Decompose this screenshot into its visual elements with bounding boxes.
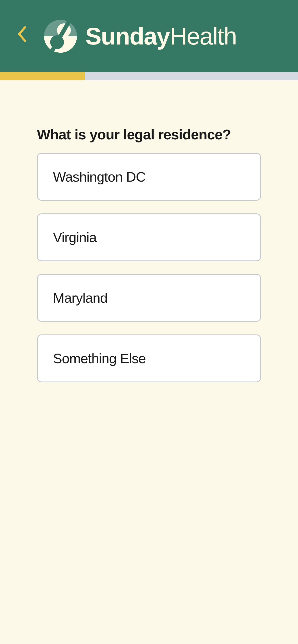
option-label: Maryland [53,290,107,305]
option-maryland[interactable]: Maryland [37,274,261,322]
brand-logo-icon [43,19,78,53]
main-content: What is your legal residence? Washington… [0,80,298,382]
chevron-left-icon [17,24,27,48]
progress-fill [0,72,85,80]
option-label: Washington DC [53,169,145,184]
option-label: Something Else [53,351,146,366]
progress-bar [0,72,298,80]
option-something-else[interactable]: Something Else [37,334,261,382]
brand-name-regular: Health [170,23,237,50]
option-virginia[interactable]: Virginia [37,213,261,261]
back-button[interactable] [13,23,31,49]
option-label: Virginia [53,230,97,245]
brand-name: SundayHealth [85,22,237,50]
app-header: SundayHealth [0,0,298,72]
brand-name-bold: Sunday [85,23,170,50]
option-washington-dc[interactable]: Washington DC [37,153,261,201]
question-text: What is your legal residence? [37,126,261,143]
brand-logo-area: SundayHealth [43,19,285,53]
